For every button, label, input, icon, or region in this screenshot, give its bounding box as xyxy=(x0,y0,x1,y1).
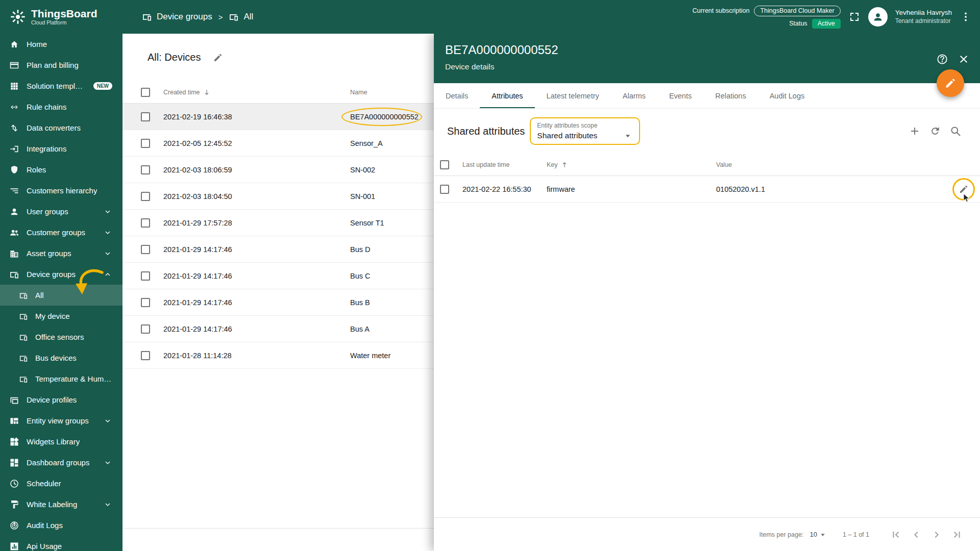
device-name-text: Bus A xyxy=(350,325,370,333)
fullscreen-icon xyxy=(848,11,861,23)
device-name-text: Sensor_A xyxy=(350,139,383,147)
customer-groups-icon xyxy=(9,228,19,238)
sidebar-item-customers-hierarchy[interactable]: Customers hierarchy xyxy=(0,180,122,201)
sidebar-item-label: Bus devices xyxy=(35,354,77,362)
breadcrumb-separator: > xyxy=(218,13,223,21)
device-created-time: 2021-01-29 14:17:46 xyxy=(158,298,345,307)
row-checkbox[interactable] xyxy=(141,324,150,334)
sidebar-item-white-labeling[interactable]: White Labeling xyxy=(0,494,122,515)
thingsboard-logo-icon xyxy=(10,9,26,24)
tab-audit-logs[interactable]: Audit Logs xyxy=(758,83,817,108)
row-checkbox[interactable] xyxy=(141,192,150,201)
row-checkbox[interactable] xyxy=(141,165,150,174)
tab-attributes[interactable]: Attributes xyxy=(480,83,534,108)
sort-desc-icon xyxy=(203,88,211,96)
sidebar-item-rule-chains[interactable]: Rule chains xyxy=(0,96,122,117)
sidebar-item-my-device[interactable]: My device xyxy=(0,306,122,327)
user-menu-button[interactable] xyxy=(960,11,972,23)
search-button[interactable] xyxy=(945,121,966,141)
sidebar-item-dashboard-groups[interactable]: Dashboard groups xyxy=(0,452,122,473)
first-page-button[interactable] xyxy=(886,524,906,545)
items-per-page-value: 10 xyxy=(810,531,817,538)
sidebar-item-label: Asset groups xyxy=(27,249,71,258)
sidebar-item-customer-groups[interactable]: Customer groups xyxy=(0,222,122,243)
row-checkbox[interactable] xyxy=(141,218,150,228)
first-page-icon xyxy=(890,529,902,541)
column-value[interactable]: Value xyxy=(716,161,947,168)
tab-latest-telemetry[interactable]: Latest telemetry xyxy=(535,83,611,108)
breadcrumb-item-device-groups[interactable]: Device groups xyxy=(142,12,212,22)
user-info[interactable]: Yevheniia Havrysh Tenant administrator xyxy=(895,8,952,25)
row-checkbox[interactable] xyxy=(141,271,150,281)
tab-events[interactable]: Events xyxy=(657,83,703,108)
row-checkbox[interactable] xyxy=(141,351,150,360)
sidebar-item-label: Home xyxy=(27,40,47,48)
column-last-update-time[interactable]: Last update time xyxy=(462,161,547,168)
close-button[interactable] xyxy=(958,53,970,65)
chevron-down-icon xyxy=(103,416,112,425)
sidebar-item-audit-logs[interactable]: Audit Logs xyxy=(0,515,122,536)
sidebar-item-device-groups[interactable]: Device groups xyxy=(0,264,122,285)
device-created-time: 2021-02-19 16:46:38 xyxy=(158,113,345,121)
previous-page-button[interactable] xyxy=(906,524,926,545)
next-page-button[interactable] xyxy=(926,524,947,545)
column-created-time[interactable]: Created time xyxy=(158,88,345,96)
row-checkbox[interactable] xyxy=(141,298,150,307)
thingsboard-logo[interactable]: ThingsBoard Cloud Platform xyxy=(0,8,122,26)
select-all-checkbox[interactable] xyxy=(440,160,449,169)
sidebar-item-entity-view-groups[interactable]: Entity view groups xyxy=(0,410,122,431)
attribute-row[interactable]: 2021-02-22 16:55:30firmware01052020.v1.1 xyxy=(434,176,980,203)
sidebar-item-roles[interactable]: Roles xyxy=(0,159,122,180)
add-attribute-button[interactable] xyxy=(904,121,925,141)
select-all-checkbox[interactable] xyxy=(141,88,150,97)
edit-table-title-button[interactable] xyxy=(213,53,223,63)
sidebar-item-device-profiles[interactable]: Device profiles xyxy=(0,389,122,410)
sidebar-item-bus-devices[interactable]: Bus devices xyxy=(0,347,122,368)
device-created-time: 2021-01-29 14:17:46 xyxy=(158,245,345,254)
user-avatar[interactable] xyxy=(868,7,888,27)
tab-relations[interactable]: Relations xyxy=(703,83,757,108)
subscription-status: Current subscription ThingsBoard Cloud M… xyxy=(693,6,841,29)
sidebar-item-label: Data converters xyxy=(27,123,81,132)
caret-down-icon xyxy=(623,131,633,141)
row-checkbox[interactable] xyxy=(141,245,150,254)
row-checkbox[interactable] xyxy=(440,185,449,194)
items-per-page-select[interactable]: 10 xyxy=(810,530,827,539)
search-icon xyxy=(949,125,962,137)
sidebar-item-scheduler[interactable]: Scheduler xyxy=(0,473,122,494)
pagination-range: 1 – 1 of 1 xyxy=(843,531,869,538)
sidebar-item-plan-and-billing[interactable]: Plan and billing xyxy=(0,55,122,76)
tab-alarms[interactable]: Alarms xyxy=(611,83,657,108)
sidebar-item-user-groups[interactable]: User groups xyxy=(0,201,122,222)
column-label: Value xyxy=(716,161,732,168)
refresh-button[interactable] xyxy=(925,121,945,141)
sidebar-item-office-sensors[interactable]: Office sensors xyxy=(0,327,122,347)
row-checkbox[interactable] xyxy=(141,112,150,121)
fullscreen-button[interactable] xyxy=(848,11,861,23)
sidebar-item-temperature-humidi[interactable]: Temperature & Humidi... xyxy=(0,368,122,389)
sidebar-item-solution-templates[interactable]: Solution templatesNEW xyxy=(0,76,122,96)
edit-attribute-button[interactable] xyxy=(959,184,969,194)
sort-asc-icon xyxy=(560,161,569,169)
row-checkbox[interactable] xyxy=(141,139,150,148)
device-group-icon xyxy=(142,12,152,22)
tab-details[interactable]: Details xyxy=(434,83,480,108)
sidebar-item-asset-groups[interactable]: Asset groups xyxy=(0,243,122,264)
help-button[interactable] xyxy=(936,53,948,65)
column-key[interactable]: Key xyxy=(547,161,716,169)
sidebar-item-all[interactable]: All xyxy=(0,285,122,306)
last-page-button[interactable] xyxy=(947,524,967,545)
device-details-drawer: BE7A000000000552 Device details DetailsA… xyxy=(434,34,980,551)
sidebar-item-widgets-library[interactable]: Widgets Library xyxy=(0,431,122,452)
sidebar-item-api-usage[interactable]: Api Usage xyxy=(0,536,122,551)
next-page-icon xyxy=(930,529,943,541)
sidebar-item-label: Solution templates xyxy=(27,82,85,90)
entity-attributes-scope-select[interactable]: Entity attributes scope Shared attribute… xyxy=(530,117,640,145)
edit-device-fab[interactable] xyxy=(937,69,964,97)
sidebar-item-home[interactable]: Home xyxy=(0,34,122,55)
breadcrumb-item-all[interactable]: All xyxy=(229,12,253,22)
subscription-badge[interactable]: ThingsBoard Cloud Maker xyxy=(754,6,840,16)
person-icon xyxy=(872,11,884,22)
sidebar-item-data-converters[interactable]: Data converters xyxy=(0,117,122,138)
sidebar-item-integrations[interactable]: Integrations xyxy=(0,138,122,159)
